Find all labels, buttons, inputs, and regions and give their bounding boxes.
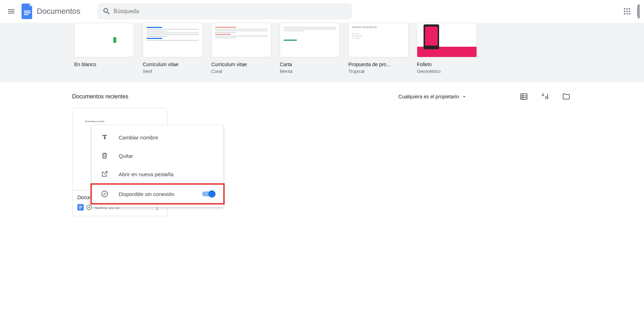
svg-rect-2 xyxy=(24,14,28,15)
template-thumb xyxy=(143,23,203,57)
template-title: Curriculum vitae xyxy=(143,62,203,67)
svg-rect-19 xyxy=(79,206,82,207)
template-title: Carta xyxy=(280,62,340,67)
search-input[interactable] xyxy=(114,8,350,15)
ctx-remove-label: Quitar xyxy=(119,153,133,159)
folder-icon xyxy=(562,92,571,101)
docs-logo-icon xyxy=(21,3,34,20)
app-title: Documentos xyxy=(37,7,81,16)
template-title: Curriculum vitae xyxy=(211,62,271,67)
dropdown-icon xyxy=(461,93,467,100)
list-view-button[interactable] xyxy=(517,90,531,104)
svg-point-4 xyxy=(626,8,628,10)
trash-icon xyxy=(100,151,109,160)
template-thumb xyxy=(74,23,134,57)
ctx-rename[interactable]: T Cambiar nombre xyxy=(92,128,223,146)
docs-file-icon xyxy=(77,204,84,211)
open-file-picker-button[interactable] xyxy=(559,90,573,104)
svg-point-5 xyxy=(629,8,630,10)
apps-grid-icon xyxy=(623,7,631,16)
template-subtitle: Geométrico xyxy=(417,69,477,74)
template-thumb xyxy=(417,23,477,57)
ctx-open-new-tab[interactable]: Abrir en nueva pestaña xyxy=(92,165,223,183)
thumb-heading: Nombre del proyecto xyxy=(352,26,404,28)
template-gallery: En blanco Curriculum vitae Serif Curricu… xyxy=(0,23,644,82)
template-folleto[interactable]: Folleto Geométrico xyxy=(417,23,477,74)
document-context-menu: T Cambiar nombre Quitar Abrir en nueva p… xyxy=(92,125,223,207)
document-card[interactable]: Documento sin título Documento sin títul… xyxy=(72,108,167,216)
svg-rect-0 xyxy=(24,11,30,12)
open-in-new-icon xyxy=(100,170,109,178)
template-cv-serif[interactable]: Curriculum vitae Serif xyxy=(143,23,203,74)
header-right xyxy=(620,4,641,18)
offline-icon xyxy=(100,190,109,198)
search-box[interactable] xyxy=(98,3,352,19)
main-menu-button[interactable] xyxy=(3,3,20,20)
ctx-offline-toggle[interactable]: Disponible sin conexión xyxy=(92,185,223,203)
svg-point-9 xyxy=(624,13,625,15)
template-subtitle: Tropical xyxy=(348,69,408,74)
template-subtitle: Coral xyxy=(211,69,271,74)
template-cv-coral[interactable]: Curriculum vitae Coral xyxy=(211,23,271,74)
google-apps-button[interactable] xyxy=(620,4,634,18)
account-avatar[interactable] xyxy=(637,4,640,18)
sort-az-icon: AZ xyxy=(541,92,549,101)
list-view-icon xyxy=(520,92,528,101)
svg-text:A: A xyxy=(542,93,544,97)
template-title: Propuesta de pro... xyxy=(348,62,408,67)
thumb-title-text: Documento sin título xyxy=(85,120,105,122)
svg-point-25 xyxy=(156,209,158,210)
template-title: En blanco xyxy=(74,62,134,67)
template-subtitle: Serif xyxy=(143,69,203,74)
svg-point-8 xyxy=(629,11,630,12)
rename-icon: T xyxy=(100,133,109,142)
svg-point-7 xyxy=(626,11,628,12)
section-bar: Documentos recientes Cualquiera es el pr… xyxy=(72,82,573,108)
svg-rect-20 xyxy=(79,207,82,208)
template-title: Folleto xyxy=(417,62,477,67)
template-subtitle: Menta xyxy=(280,69,340,74)
template-thumb: Nombre del proyecto Un textode propuesta… xyxy=(348,23,408,57)
template-carta-menta[interactable]: Carta Menta xyxy=(280,23,340,74)
owner-filter-label: Cualquiera es el propietario xyxy=(398,94,459,99)
svg-rect-21 xyxy=(79,208,81,209)
ctx-offline-label: Disponible sin conexión xyxy=(119,191,175,197)
svg-text:T: T xyxy=(104,137,106,140)
ctx-remove[interactable]: Quitar xyxy=(92,146,223,165)
svg-point-6 xyxy=(624,11,625,12)
view-actions: AZ xyxy=(517,90,573,104)
template-blank[interactable]: En blanco xyxy=(74,23,134,74)
svg-text:Z: Z xyxy=(545,96,547,100)
template-thumb xyxy=(280,23,340,57)
section-title: Documentos recientes xyxy=(72,93,128,100)
svg-rect-1 xyxy=(24,12,30,13)
search-icon xyxy=(100,4,114,18)
svg-point-11 xyxy=(629,13,630,15)
ctx-rename-label: Cambiar nombre xyxy=(119,134,158,140)
svg-point-10 xyxy=(626,13,628,15)
owner-filter-dropdown[interactable]: Cualquiera es el propietario xyxy=(395,91,471,102)
ctx-open-new-tab-label: Abrir en nueva pestaña xyxy=(119,171,173,177)
offline-available-icon xyxy=(86,204,92,211)
logo-area[interactable]: Documentos xyxy=(20,3,83,20)
template-thumb xyxy=(211,23,271,57)
offline-toggle-switch[interactable] xyxy=(202,191,215,196)
svg-point-3 xyxy=(624,8,625,10)
sort-button[interactable]: AZ xyxy=(538,90,552,104)
header: Documentos xyxy=(0,0,644,23)
svg-rect-12 xyxy=(521,94,527,99)
recent-documents-grid: Documento sin título Documento sin títul… xyxy=(0,108,644,216)
template-propuesta[interactable]: Nombre del proyecto Un textode propuesta… xyxy=(348,23,408,74)
menu-icon xyxy=(7,7,16,16)
